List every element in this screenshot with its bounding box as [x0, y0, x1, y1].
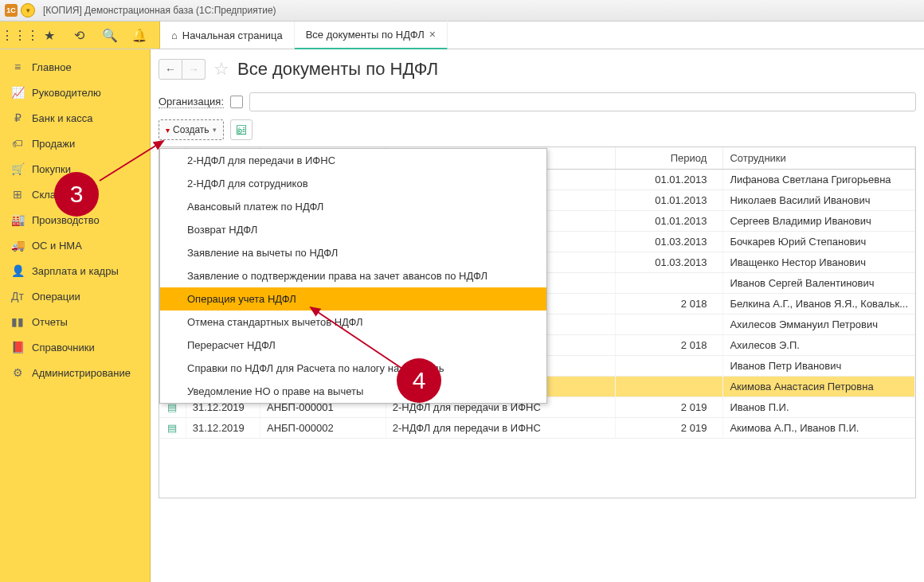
tab-bar: ⌂ Начальная страница Все документы по НД… [160, 21, 448, 49]
callout-3: 3 [54, 172, 99, 217]
cell: ▤ [159, 418, 186, 439]
sidebar-label: Операции [32, 291, 80, 303]
sidebar-label: Зарплата и кадры [32, 265, 119, 277]
sidebar-label: Покупки [32, 163, 71, 175]
fav-star-icon[interactable]: ☆ [213, 59, 229, 80]
bell-icon[interactable]: 🔔 [129, 25, 150, 45]
cell: 2 019 [616, 397, 723, 418]
sidebar-icon: 👤 [11, 264, 24, 277]
cell [616, 314, 723, 335]
cell: 01.01.2013 [616, 190, 723, 211]
cell: Николаев Василий Иванович [723, 190, 915, 211]
main-toolbar: ⋮⋮⋮ ★ ⟲ 🔍 🔔 ⌂ Начальная страница Все док… [0, 21, 924, 49]
cell: АНБП-000002 [260, 418, 386, 439]
sidebar-icon: ⊞ [11, 188, 24, 201]
sidebar-icon: ≡ [11, 61, 24, 73]
sidebar-item[interactable]: ▮▮Отчеты [0, 309, 150, 334]
nav-fwd-button[interactable]: → [182, 59, 206, 80]
home-icon: ⌂ [171, 29, 178, 41]
sidebar-label: Продажи [32, 138, 75, 150]
cell: 2 018 [616, 335, 723, 356]
cell: 01.01.2013 [616, 170, 723, 190]
cell: Акимова А.П., Иванов П.И. [723, 418, 915, 439]
sidebar-icon: 🛒 [11, 162, 24, 175]
sidebar-item[interactable]: ₽Банк и касса [0, 105, 150, 131]
dropdown-item[interactable]: 2-НДФЛ для сотрудников [160, 172, 546, 195]
sidebar-icon: Дт [11, 290, 24, 303]
favorite-star-icon[interactable]: ★ [39, 25, 60, 45]
dropdown-item[interactable]: Заявление о подтверждении права на зачет… [160, 264, 546, 287]
sidebar-label: Справочники [32, 342, 95, 353]
dropdown-item[interactable]: Уведомление НО о праве на вычеты [160, 380, 546, 403]
filter-org-checkbox[interactable] [230, 96, 243, 108]
cell: 2 019 [616, 418, 723, 439]
cell: Сергеев Владимир Иванович [723, 211, 915, 232]
th-emp[interactable]: Сотрудники [723, 147, 915, 170]
filter-org-label[interactable]: Организация: [159, 96, 224, 108]
cell: 2-НДФЛ для передачи в ИФНС [386, 418, 615, 439]
cell: Иващенко Нестор Иванович [723, 252, 915, 273]
dropdown-circle-icon[interactable]: ▾ [21, 3, 35, 18]
cell [616, 273, 723, 294]
th-period[interactable]: Период [616, 147, 723, 170]
sidebar-item[interactable]: 🏷Продажи [0, 131, 150, 156]
sidebar-item[interactable]: ⚙Администрирование [0, 360, 150, 385]
sidebar-label: ОС и НМА [32, 240, 82, 252]
sidebar-icon: 🏷 [11, 137, 24, 150]
chevron-down-icon: ▾ [213, 126, 217, 134]
dropdown-item[interactable]: 2-НДФЛ для передачи в ИФНС [160, 149, 546, 172]
dropdown-item[interactable]: Авансовый платеж по НДФЛ [160, 195, 546, 218]
sidebar-item[interactable]: 📕Справочники [0, 334, 150, 360]
cell: Акимова Анастасия Петровна [723, 377, 915, 397]
sidebar-label: Отчеты [32, 316, 68, 328]
sidebar-icon: ▮▮ [11, 315, 24, 328]
cell: 01.01.2013 [616, 211, 723, 232]
cell: Иванов Сергей Валентинович [723, 273, 915, 294]
cell: Ахилесов Эммануил Петрович [723, 314, 915, 335]
dropdown-item[interactable]: Отмена стандартных вычетов НДФЛ [160, 311, 546, 334]
dropdown-item[interactable]: Операция учета НДФЛ [160, 287, 546, 311]
logo-1c-icon: 1C [5, 4, 18, 17]
sidebar-label: Производство [32, 214, 100, 226]
create-dropdown: 2-НДФЛ для передачи в ИФНС2-НДФЛ для сот… [159, 148, 547, 404]
toolbar-icons: ⋮⋮⋮ ★ ⟲ 🔍 🔔 [0, 21, 160, 49]
cell: 01.03.2013 [616, 252, 723, 273]
sidebar-item[interactable]: 📈Руководителю [0, 80, 150, 105]
apps-grid-icon[interactable]: ⋮⋮⋮ [10, 25, 30, 45]
cell: 2 018 [616, 294, 723, 314]
sidebar-icon: 📕 [11, 341, 24, 353]
create-button-label: Создать [173, 124, 209, 135]
dropdown-item[interactable]: Заявление на вычеты по НДФЛ [160, 241, 546, 264]
nav-back-button[interactable]: ← [159, 59, 182, 80]
cell [616, 356, 723, 377]
history-icon[interactable]: ⟲ [69, 25, 90, 45]
cell: Иванов Петр Иванович [723, 356, 915, 377]
tab-ndfl[interactable]: Все документы по НДФЛ × [295, 21, 448, 49]
filter-org-input[interactable] [249, 92, 916, 111]
cell: Лифанова Светлана Григорьевна [723, 170, 915, 190]
sidebar-item[interactable]: 🚚ОС и НМА [0, 232, 150, 258]
close-icon[interactable]: × [429, 28, 436, 41]
search-icon[interactable]: 🔍 [100, 25, 120, 45]
dropdown-item[interactable]: Перерасчет НДФЛ [160, 334, 546, 357]
tab-home[interactable]: ⌂ Начальная страница [160, 21, 295, 49]
sidebar-icon: 🚚 [11, 239, 24, 252]
refresh-doc-button[interactable]: 🗟 [230, 119, 253, 140]
create-arrow-icon: ▾ [166, 126, 170, 135]
dropdown-item[interactable]: Возврат НДФЛ [160, 218, 546, 241]
window-title: [КОПИЯ] Демонстрационная база (1С:Предпр… [43, 5, 276, 16]
sidebar-label: Главное [32, 61, 72, 73]
cell: Белкина А.Г., Иванов Я.Я., Ковальк... [723, 294, 915, 314]
cell: 31.12.2019 [186, 418, 260, 439]
sidebar-icon: ⚙ [11, 366, 24, 379]
sidebar-icon: ₽ [11, 111, 24, 124]
create-button[interactable]: ▾ Создать ▾ [159, 119, 224, 140]
sidebar-item[interactable]: ≡Главное [0, 54, 150, 80]
sidebar-item[interactable]: ДтОперации [0, 283, 150, 309]
sidebar-item[interactable]: 👤Зарплата и кадры [0, 258, 150, 283]
page-title: Все документы по НДФЛ [237, 59, 438, 80]
dropdown-item[interactable]: Справки по НДФЛ для Расчета по налогу на… [160, 357, 546, 380]
cell [616, 377, 723, 397]
tab-home-label: Начальная страница [182, 29, 283, 41]
table-row[interactable]: ▤31.12.2019АНБП-0000022-НДФЛ для передач… [159, 418, 915, 439]
